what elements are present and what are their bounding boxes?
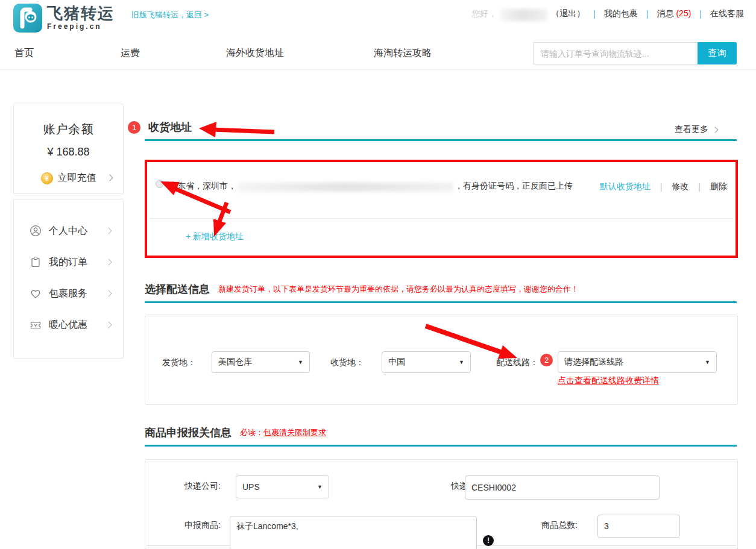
search-button[interactable]: 查询 — [698, 42, 737, 64]
section-divider — [145, 301, 737, 303]
chevron-right-icon — [105, 227, 112, 234]
main-nav: 首页 运费 海外收货地址 海淘转运攻略 查询 — [0, 36, 756, 70]
add-address-link[interactable]: + 新增收货地址 — [186, 231, 244, 242]
coupon-icon — [30, 319, 42, 331]
nav-item-guide[interactable]: 海淘转运攻略 — [374, 47, 432, 60]
edit-address-link[interactable]: 修改 — [672, 181, 688, 192]
sidebar-item-package-service[interactable]: 包裹服务 — [14, 278, 123, 309]
chevron-right-icon — [105, 321, 112, 328]
message-count-badge: (25) — [676, 8, 691, 18]
caret-down-icon: ▼ — [317, 484, 323, 490]
old-version-link[interactable]: 旧版飞猪转运，返回 > — [131, 10, 209, 20]
caret-down-icon: ▼ — [459, 359, 464, 365]
declare-label: 申报商品: — [184, 520, 221, 531]
tracking-number-input[interactable] — [465, 475, 660, 500]
delete-address-link[interactable]: 删除 — [710, 181, 727, 192]
caret-down-icon: ▼ — [705, 359, 710, 365]
courier-label: 快递公司: — [184, 481, 221, 492]
origin-label: 发货地： — [162, 357, 196, 368]
user-icon — [30, 225, 42, 237]
default-address-link[interactable]: 默认收货地址 — [600, 181, 650, 192]
balance-amount: ¥ 168.88 — [14, 146, 123, 158]
order-icon — [30, 256, 42, 268]
logout-link[interactable]: （退出） — [551, 8, 585, 19]
logo-subtitle: Freepig.cn — [47, 22, 115, 31]
customs-section-header: 商品申报报关信息 必读：包裹清关限制要求 — [128, 425, 738, 447]
address-section-header: 1 收货地址 查看更多 — [128, 120, 738, 142]
username-redacted — [500, 9, 547, 21]
messages-link[interactable]: 消息(25) — [657, 8, 691, 19]
delivery-section-title: 选择配送信息 — [145, 282, 210, 296]
address-section-title: 收货地址 — [148, 120, 192, 134]
divider: | — [699, 9, 702, 19]
destination-select[interactable]: 中国▼ — [382, 351, 471, 373]
freepig-logo-icon — [13, 4, 42, 33]
divider: | — [646, 9, 649, 19]
sidebar-item-my-orders[interactable]: 我的订单 — [14, 246, 123, 278]
step-1-badge: 1 — [128, 121, 140, 134]
top-header: 飞猪转运 Freepig.cn 旧版飞猪转运，返回 > 您好， （退出） | 我… — [0, 0, 756, 36]
delivery-section-notice: 新建发货订单，以下表单是发货环节最为重要的依据，请您务必以最为认真的态度填写，谢… — [218, 284, 579, 295]
step-2-badge: 2 — [540, 354, 553, 366]
coin-icon: ¥ — [41, 172, 53, 184]
tracking-search-box — [533, 42, 698, 64]
chevron-right-icon — [105, 259, 112, 265]
origin-select[interactable]: 美国仓库▼ — [212, 351, 310, 373]
address-row-divider — [150, 218, 733, 219]
sidebar-item-coupons[interactable]: 暖心优惠 — [14, 309, 123, 340]
customs-section-notice: 必读：包裹清关限制要求 — [240, 427, 326, 438]
greeting-text: 您好， — [471, 8, 497, 19]
caret-down-icon: ▼ — [298, 359, 303, 365]
heart-icon — [30, 287, 42, 300]
section-divider — [145, 139, 737, 141]
route-select[interactable]: 请选择配送线路▼ — [558, 351, 717, 373]
customs-limit-link[interactable]: 包裹清关限制要求 — [263, 428, 326, 437]
divider: | — [660, 182, 663, 192]
nav-item-home[interactable]: 首页 — [14, 47, 34, 60]
courier-select[interactable]: UPS▼ — [236, 475, 329, 498]
online-service-link[interactable]: 在线客服 — [710, 8, 744, 19]
view-more-link[interactable]: 查看更多 — [675, 124, 717, 135]
address-list-box: 广东省，深圳市，，有身份证号码，正反面已上传 默认收货地址 | 修改 | 删除 … — [145, 160, 738, 258]
user-bar: 您好， （退出） | 我的包裹 | 消息(25) | 在线客服 — [471, 8, 744, 19]
customs-section-title: 商品申报报关信息 — [145, 425, 232, 440]
customs-form: 快递公司: UPS▼ 快递单号: 申报商品: ! 商品总数: — [145, 459, 738, 549]
chevron-right-icon — [105, 290, 112, 296]
site-logo[interactable]: 飞猪转运 Freepig.cn — [13, 4, 115, 33]
total-label: 商品总数: — [541, 520, 578, 531]
divider: | — [593, 9, 596, 19]
logo-title: 飞猪转运 — [47, 5, 115, 21]
chevron-right-icon — [106, 174, 113, 181]
address-actions: 默认收货地址 | 修改 | 删除 — [600, 181, 727, 192]
address-radio[interactable] — [156, 180, 164, 188]
address-redacted — [238, 183, 453, 192]
balance-title: 账户余额 — [14, 121, 123, 137]
address-text: 广东省，深圳市，，有身份证号码，正反面已上传 — [169, 178, 586, 193]
nav-item-overseas-address[interactable]: 海外收货地址 — [226, 47, 284, 60]
balance-card: 账户余额 ¥ 168.88 ¥ 立即充值 — [13, 104, 124, 194]
sidebar-item-personal-center[interactable]: 个人中心 — [14, 215, 123, 246]
declare-goods-textarea[interactable] — [230, 516, 477, 549]
sidebar-menu: 个人中心 我的订单 包裹服务 暖心优惠 — [13, 199, 124, 359]
nav-item-shipping-fee[interactable]: 运费 — [121, 47, 140, 60]
recharge-button[interactable]: ¥ 立即充值 — [14, 172, 123, 184]
chevron-right-icon — [713, 127, 719, 133]
warning-icon: ! — [483, 535, 494, 546]
delivery-section-header: 选择配送信息 新建发货订单，以下表单是发货环节最为重要的依据，请您务必以最为认真… — [128, 282, 738, 304]
route-label: 配送线路： — [496, 357, 538, 368]
route-fee-link[interactable]: 点击查看配送线路收费详情 — [558, 375, 659, 386]
my-packages-link[interactable]: 我的包裹 — [604, 8, 638, 19]
delivery-form: 发货地： 美国仓库▼ 收货地： 中国▼ 配送线路： 2 请选择配送线路▼ 点击查… — [145, 315, 738, 405]
tracking-search-input[interactable] — [534, 43, 698, 64]
total-quantity-input[interactable] — [597, 515, 680, 538]
destination-label: 收货地： — [330, 357, 364, 368]
divider: | — [698, 182, 701, 192]
section-divider — [145, 445, 737, 447]
